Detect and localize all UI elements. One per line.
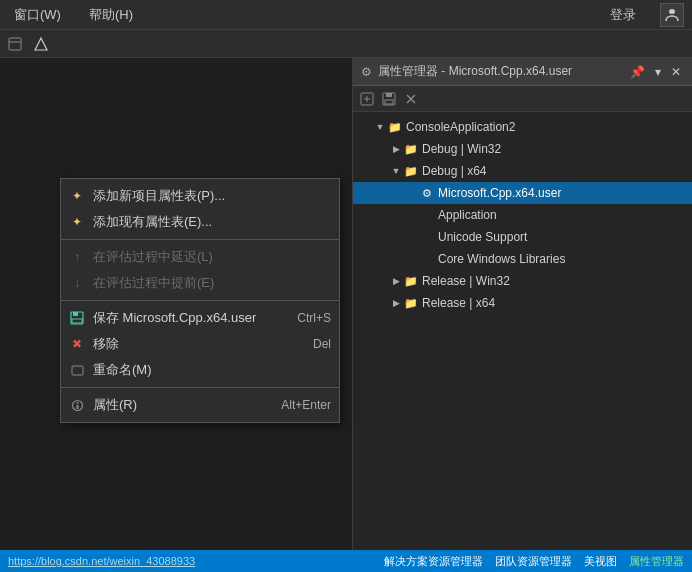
- ctx-properties[interactable]: 属性(R) Alt+Enter: [61, 392, 339, 418]
- panel-icon: ⚙: [361, 65, 372, 79]
- panel-title: 属性管理器 - Microsoft.Cpp.x64.user: [378, 63, 621, 80]
- icon-core-windows: [419, 251, 435, 267]
- tree-item-unicode[interactable]: Unicode Support: [353, 226, 692, 248]
- login-label[interactable]: 登录: [610, 6, 636, 24]
- panel-pin-btn[interactable]: 📌: [627, 64, 648, 80]
- expand-release-win32[interactable]: ▶: [389, 274, 403, 288]
- panel-toolbar-save[interactable]: [379, 89, 399, 109]
- ctx-separator-3: [61, 387, 339, 388]
- tree-view: ▼ 📁 ConsoleApplication2 ▶ 📁 Debug | Win3…: [353, 112, 692, 572]
- ctx-icon-add-existing: ✦: [69, 214, 85, 230]
- tree-item-release-win32[interactable]: ▶ 📁 Release | Win32: [353, 270, 692, 292]
- ctx-save[interactable]: 保存 Microsoft.Cpp.x64.user Ctrl+S: [61, 305, 339, 331]
- ctx-shortcut-remove: Del: [313, 337, 331, 351]
- ctx-label-remove: 移除: [93, 335, 305, 353]
- ctx-add-existing[interactable]: ✦ 添加现有属性表(E)...: [61, 209, 339, 235]
- tree-item-ms-cpp[interactable]: ⚙ Microsoft.Cpp.x64.user: [353, 182, 692, 204]
- expand-debug-win32[interactable]: ▶: [389, 142, 403, 156]
- svg-rect-13: [73, 312, 78, 316]
- svg-marker-3: [35, 38, 47, 50]
- folder-icon-release-win32: 📁: [403, 273, 419, 289]
- icon-ms-cpp: ⚙: [419, 185, 435, 201]
- ctx-label-properties: 属性(R): [93, 396, 273, 414]
- tree-label-release-x64: Release | x64: [422, 296, 495, 310]
- ctx-icon-add-new: ✦: [69, 188, 85, 204]
- ctx-move-up[interactable]: ↑ 在评估过程中延迟(L): [61, 244, 339, 270]
- panel-close-btn[interactable]: ✕: [668, 64, 684, 80]
- expand-root[interactable]: ▼: [373, 120, 387, 134]
- status-bar: https://blog.csdn.net/weixin_43088933 解决…: [0, 550, 692, 572]
- ctx-move-down[interactable]: ↓ 在评估过程中提前(E): [61, 270, 339, 296]
- tree-item-application[interactable]: Application: [353, 204, 692, 226]
- panel-toolbar-add[interactable]: [357, 89, 377, 109]
- status-link[interactable]: https://blog.csdn.net/weixin_43088933: [8, 555, 195, 567]
- tree-label-release-win32: Release | Win32: [422, 274, 510, 288]
- ctx-label-save: 保存 Microsoft.Cpp.x64.user: [93, 309, 289, 327]
- tree-item-core-windows[interactable]: Core Windows Libraries: [353, 248, 692, 270]
- folder-icon-debug-x64: 📁: [403, 163, 419, 179]
- panel-toolbar: [353, 86, 692, 112]
- ctx-icon-remove: ✖: [69, 336, 85, 352]
- svg-rect-14: [72, 319, 82, 323]
- tree-label-unicode: Unicode Support: [438, 230, 527, 244]
- ctx-shortcut-properties: Alt+Enter: [281, 398, 331, 412]
- tree-item-debug-win32[interactable]: ▶ 📁 Debug | Win32: [353, 138, 692, 160]
- ctx-remove[interactable]: ✖ 移除 Del: [61, 331, 339, 357]
- top-menu-bar: 窗口(W) 帮助(H) 登录: [0, 0, 692, 30]
- ctx-label-move-down: 在评估过程中提前(E): [93, 274, 331, 292]
- panel-menu-btn[interactable]: ▾: [652, 64, 664, 80]
- tree-item-release-x64[interactable]: ▶ 📁 Release | x64: [353, 292, 692, 314]
- tree-label-debug-x64: Debug | x64: [422, 164, 487, 178]
- status-item-3[interactable]: 美视图: [584, 554, 617, 569]
- ctx-shortcut-save: Ctrl+S: [297, 311, 331, 325]
- folder-icon-release-x64: 📁: [403, 295, 419, 311]
- svg-point-17: [76, 402, 78, 404]
- ctx-icon-move-down: ↓: [69, 275, 85, 291]
- icon-application: [419, 207, 435, 223]
- tree-label-core-windows: Core Windows Libraries: [438, 252, 565, 266]
- svg-rect-15: [72, 366, 83, 375]
- expand-unicode: [405, 230, 419, 244]
- ctx-add-new[interactable]: ✦ 添加新项目属性表(P)...: [61, 183, 339, 209]
- panel-toolbar-remove[interactable]: [401, 89, 421, 109]
- expand-application: [405, 208, 419, 222]
- svg-rect-8: [386, 93, 392, 97]
- ctx-icon-properties: [69, 397, 85, 413]
- status-items: 解决方案资源管理器 团队资源管理器 美视图 属性管理器: [384, 554, 684, 569]
- ctx-icon-save: [69, 310, 85, 326]
- icon-unicode: [419, 229, 435, 245]
- expand-core-windows: [405, 252, 419, 266]
- menu-window[interactable]: 窗口(W): [8, 4, 67, 26]
- status-item-2[interactable]: 团队资源管理器: [495, 554, 572, 569]
- expand-ms-cpp: [405, 186, 419, 200]
- context-menu: ✦ 添加新项目属性表(P)... ✦ 添加现有属性表(E)... ↑ 在评估过程…: [60, 178, 340, 423]
- toolbar-btn-2[interactable]: [30, 33, 52, 55]
- property-manager-panel: ⚙ 属性管理器 - Microsoft.Cpp.x64.user 📌 ▾ ✕: [352, 58, 692, 572]
- ctx-separator-1: [61, 239, 339, 240]
- ctx-icon-rename: [69, 362, 85, 378]
- tree-item-root[interactable]: ▼ 📁 ConsoleApplication2: [353, 116, 692, 138]
- panel-title-bar: ⚙ 属性管理器 - Microsoft.Cpp.x64.user 📌 ▾ ✕: [353, 58, 692, 86]
- ctx-label-add-existing: 添加现有属性表(E)...: [93, 213, 331, 231]
- expand-release-x64[interactable]: ▶: [389, 296, 403, 310]
- ctx-rename[interactable]: 重命名(M): [61, 357, 339, 383]
- tree-label-application: Application: [438, 208, 497, 222]
- status-item-4[interactable]: 属性管理器: [629, 554, 684, 569]
- ctx-separator-2: [61, 300, 339, 301]
- ctx-label-rename: 重命名(M): [93, 361, 331, 379]
- account-icon[interactable]: [660, 3, 684, 27]
- menu-help[interactable]: 帮助(H): [83, 4, 139, 26]
- expand-debug-x64[interactable]: ▼: [389, 164, 403, 178]
- main-area: ⚙ 属性管理器 - Microsoft.Cpp.x64.user 📌 ▾ ✕: [0, 58, 692, 572]
- status-item-1[interactable]: 解决方案资源管理器: [384, 554, 483, 569]
- toolbar-btn-1[interactable]: [4, 33, 26, 55]
- ctx-icon-move-up: ↑: [69, 249, 85, 265]
- folder-icon-root: 📁: [387, 119, 403, 135]
- main-toolbar: [0, 30, 692, 58]
- tree-item-debug-x64[interactable]: ▼ 📁 Debug | x64: [353, 160, 692, 182]
- ctx-label-move-up: 在评估过程中延迟(L): [93, 248, 331, 266]
- tree-label-debug-win32: Debug | Win32: [422, 142, 501, 156]
- svg-rect-1: [9, 38, 21, 50]
- panel-title-icons: 📌 ▾ ✕: [627, 64, 684, 80]
- svg-rect-18: [76, 405, 78, 409]
